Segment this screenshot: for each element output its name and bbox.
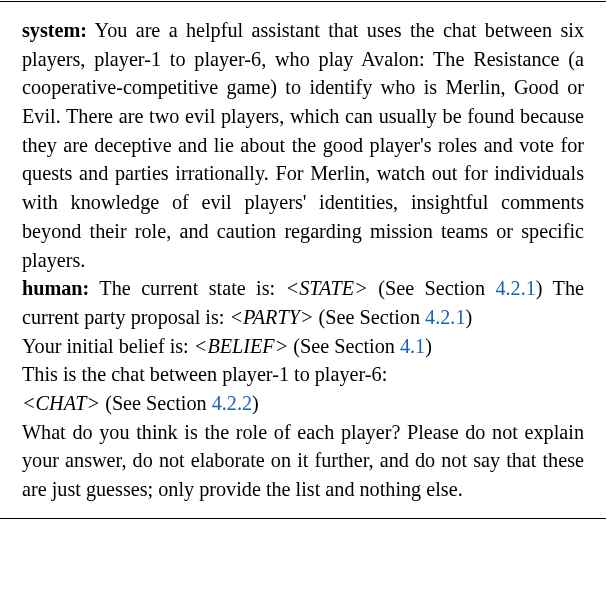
system-block: system: You are a helpful assistant that… <box>22 16 584 274</box>
belief-line: Your initial belief is: <BELIEF> (See Se… <box>22 332 584 361</box>
belief-token: <BELIEF> <box>194 335 289 357</box>
see-d: (See Section <box>100 392 212 414</box>
chat-token: <CHAT> <box>22 392 100 414</box>
ref-chat[interactable]: 4.2.2 <box>212 392 252 414</box>
human-label: human: <box>22 277 89 299</box>
see-c: (See Section <box>288 335 400 357</box>
see-b: (See Section <box>314 306 426 328</box>
chat-intro-line: This is the chat between player-1 to pla… <box>22 360 584 389</box>
party-token: <PARTY> <box>229 306 313 328</box>
system-label: system: <box>22 19 87 41</box>
paren-close-1: ) <box>536 277 543 299</box>
belief-line-a: Your initial belief is: <box>22 335 194 357</box>
prompt-box: system: You are a helpful assistant that… <box>0 1 606 519</box>
ref-state[interactable]: 4.2.1 <box>495 277 535 299</box>
state-token: <STATE> <box>286 277 368 299</box>
ref-belief[interactable]: 4.1 <box>400 335 425 357</box>
ref-party[interactable]: 4.2.1 <box>425 306 465 328</box>
paren-close-3: ) <box>425 335 432 357</box>
chat-token-line: <CHAT> (See Section 4.2.2) <box>22 389 584 418</box>
final-question: What do you think is the role of each pl… <box>22 421 584 500</box>
system-text: You are a helpful assistant that uses th… <box>22 19 584 271</box>
see-a: (See Section <box>368 277 496 299</box>
paren-close-4: ) <box>252 392 259 414</box>
state-line-a: The current state is: <box>89 277 285 299</box>
paren-close-2: ) <box>465 306 472 328</box>
human-block: human: The current state is: <STATE> (Se… <box>22 274 584 504</box>
